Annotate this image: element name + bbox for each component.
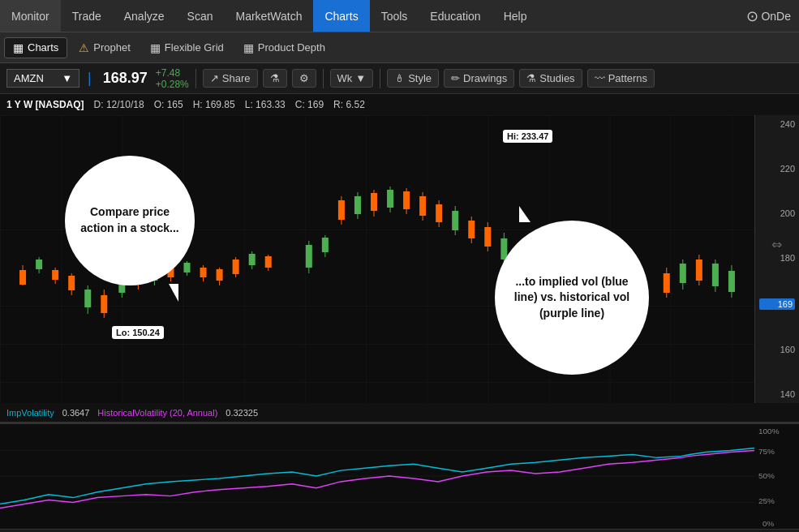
price-label-200: 200 xyxy=(759,208,795,218)
svg-rect-82 xyxy=(712,264,719,286)
price-label-180: 180 xyxy=(759,253,795,263)
svg-text:75%: 75% xyxy=(758,447,775,456)
price-label-140: 140 xyxy=(759,389,795,399)
svg-rect-6 xyxy=(52,270,58,280)
hist-vol-value: 0.32325 xyxy=(226,408,258,418)
share-button[interactable]: ↗ Share xyxy=(203,69,258,88)
lo-label: Lo: 150.24 xyxy=(112,326,164,339)
svg-rect-38 xyxy=(338,200,345,220)
sub-nav-product-depth[interactable]: ▦ Product Depth xyxy=(235,38,333,58)
style-icon: 🕯 xyxy=(394,72,405,84)
svg-rect-28 xyxy=(233,260,239,274)
separator-1 xyxy=(195,69,196,88)
price-label-240: 240 xyxy=(759,119,795,129)
hist-vol-label: HistoricalVolatility (20, Annual) xyxy=(97,408,217,418)
svg-rect-78 xyxy=(680,264,686,283)
nav-item-scan[interactable]: Scan xyxy=(176,0,225,32)
svg-rect-24 xyxy=(200,268,207,277)
analysis-icon-btn[interactable]: ⚗ xyxy=(263,69,287,88)
sub-nav-prophet[interactable]: ⚠ Prophet xyxy=(71,38,139,58)
svg-rect-22 xyxy=(183,263,190,272)
ticker-indicator: | xyxy=(88,70,92,87)
chart-close: C: 169 xyxy=(295,99,324,110)
svg-text:100%: 100% xyxy=(758,427,780,435)
svg-rect-54 xyxy=(468,221,475,238)
pen-icon: ✏ xyxy=(451,72,460,84)
svg-rect-34 xyxy=(306,245,312,268)
prophet-icon: ⚠ xyxy=(79,41,89,54)
nav-right-label: ⊙ OnDe xyxy=(746,7,799,25)
patterns-button[interactable]: 〰 Patterns xyxy=(587,69,655,88)
period-button[interactable]: Wk ▼ xyxy=(330,69,374,88)
gear-icon: ⚙ xyxy=(299,72,309,84)
chart-date: D: 12/10/18 xyxy=(94,99,144,110)
price-display: 168.97 xyxy=(103,70,148,87)
svg-rect-40 xyxy=(354,196,361,214)
drawings-button[interactable]: ✏ Drawings xyxy=(444,69,514,88)
top-nav: Monitor Trade Analyze Scan MarketWatch C… xyxy=(0,0,799,32)
price-change: +7.48 +0.28% xyxy=(156,67,189,90)
flask-icon: ⚗ xyxy=(270,72,280,84)
svg-rect-44 xyxy=(387,190,393,208)
zoom-icon[interactable]: ⇔ xyxy=(771,237,782,252)
right-sidebar-icons: ⇔ xyxy=(754,230,799,252)
chart-high: H: 169.85 xyxy=(193,99,235,110)
chart-controls: AMZN ▼ | 168.97 +7.48 +0.28% ↗ Share ⚗ ⚙… xyxy=(0,63,799,94)
svg-rect-76 xyxy=(664,273,670,293)
svg-rect-52 xyxy=(452,211,458,230)
patterns-icon: 〰 xyxy=(595,72,605,84)
separator-3 xyxy=(380,69,380,88)
share-icon: ↗ xyxy=(210,72,219,84)
price-label-current: 169 xyxy=(759,298,795,310)
nav-item-monitor[interactable]: Monitor xyxy=(0,0,61,32)
svg-rect-30 xyxy=(249,254,256,265)
studies-icon: ⚗ xyxy=(526,72,536,84)
main-chart-area[interactable]: Compare price action in a stock... ...to… xyxy=(0,115,799,403)
settings-button[interactable]: ⚙ xyxy=(292,69,316,88)
imp-vol-value: 0.3647 xyxy=(62,408,90,418)
price-label-220: 220 xyxy=(759,164,795,174)
period-dropdown-icon: ▼ xyxy=(355,72,366,84)
nav-item-charts[interactable]: Charts xyxy=(313,0,369,32)
annotation-bubble-left: Compare price action in a stock... xyxy=(65,156,195,285)
separator-2 xyxy=(323,69,324,88)
svg-rect-12 xyxy=(101,295,107,313)
svg-rect-8 xyxy=(68,276,75,290)
product-depth-icon: ▦ xyxy=(243,41,254,54)
charts-icon: ▦ xyxy=(13,41,24,54)
svg-rect-50 xyxy=(436,204,442,222)
nav-item-help[interactable]: Help xyxy=(492,0,539,32)
nav-item-tools[interactable]: Tools xyxy=(370,0,419,32)
price-label-160: 160 xyxy=(759,345,795,354)
style-button[interactable]: 🕯 Style xyxy=(387,69,439,88)
sub-nav-charts[interactable]: ▦ Charts xyxy=(4,37,67,58)
chart-period: 1 Y W [NASDAQ] xyxy=(6,99,84,110)
imp-vol-label: ImpVolatility xyxy=(6,408,54,418)
svg-rect-48 xyxy=(419,196,426,216)
svg-rect-36 xyxy=(322,238,329,252)
flexible-grid-icon: ▦ xyxy=(150,41,161,54)
nav-item-marketwatch[interactable]: MarketWatch xyxy=(224,0,313,32)
svg-text:25%: 25% xyxy=(758,497,775,506)
candlestick-canvas[interactable]: Compare price action in a stock... ...to… xyxy=(0,115,754,403)
svg-rect-56 xyxy=(484,227,491,247)
vol-chart-area[interactable]: 100% 75% 50% 25% 0% xyxy=(0,423,799,529)
chart-open: O: 165 xyxy=(154,99,183,110)
price-scale: 240 220 200 180 169 160 140 xyxy=(754,115,799,403)
nav-item-trade[interactable]: Trade xyxy=(61,0,113,32)
sub-nav: ▦ Charts ⚠ Prophet ▦ Flexible Grid ▦ Pro… xyxy=(0,32,799,63)
svg-rect-10 xyxy=(84,290,91,307)
nav-item-education[interactable]: Education xyxy=(419,0,492,32)
svg-rect-2 xyxy=(19,270,26,285)
ticker-input[interactable]: AMZN ▼ xyxy=(6,69,79,88)
chart-range: R: 6.52 xyxy=(333,99,365,110)
svg-text:50%: 50% xyxy=(758,471,775,480)
svg-text:0%: 0% xyxy=(762,519,775,528)
studies-button[interactable]: ⚗ Studies xyxy=(519,69,582,88)
svg-rect-46 xyxy=(403,191,410,209)
chart-info-bar: 1 Y W [NASDAQ] D: 12/10/18 O: 165 H: 169… xyxy=(0,94,799,115)
nav-item-analyze[interactable]: Analyze xyxy=(113,0,176,32)
ticker-dropdown-icon: ▼ xyxy=(62,72,72,84)
svg-rect-80 xyxy=(696,260,702,281)
sub-nav-flexible-grid[interactable]: ▦ Flexible Grid xyxy=(142,38,232,58)
